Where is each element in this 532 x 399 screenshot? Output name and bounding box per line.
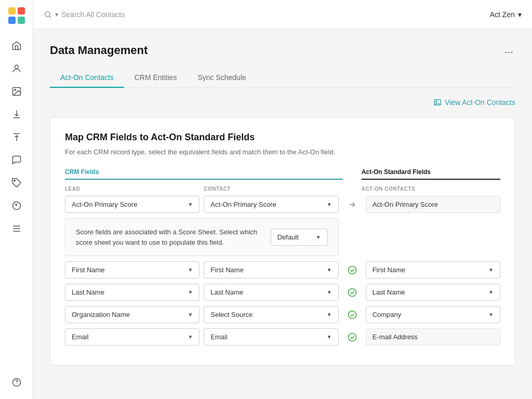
search-dropdown-btn[interactable]: ▾ xyxy=(55,11,58,18)
svg-point-13 xyxy=(348,266,356,274)
check-icon-4 xyxy=(343,332,362,342)
acton-field-arrow-3: ▼ xyxy=(488,312,494,317)
page-title: Data Management xyxy=(50,44,148,57)
main-area: ▾ Search All Contacts Act Zen ▾ Data Man… xyxy=(33,0,532,399)
sidebar-item-download[interactable] xyxy=(6,104,27,125)
sidebar-item-help[interactable] xyxy=(6,372,27,393)
sidebar-item-settings[interactable] xyxy=(6,218,27,239)
contact-field-arrow-4: ▼ xyxy=(327,334,332,340)
account-name: Act Zen xyxy=(490,10,515,19)
acton-field-value-3: Company xyxy=(373,311,402,318)
logo xyxy=(7,6,26,27)
lead-field-value-1: First Name xyxy=(72,266,105,274)
view-contacts-link[interactable]: View Act-On Contacts xyxy=(433,98,515,107)
contact-field-value-1: First Name xyxy=(210,266,244,274)
contact-field-value-0: Act-On Primary Score xyxy=(210,201,276,208)
sidebar-item-contacts[interactable] xyxy=(6,58,27,79)
check-icon-3 xyxy=(343,310,362,320)
lead-field-select-2[interactable]: Last Name ▼ xyxy=(65,284,200,301)
acton-field-select-3[interactable]: Company ▼ xyxy=(366,306,500,323)
lead-field-arrow-4: ▼ xyxy=(188,334,193,340)
svg-point-9 xyxy=(12,379,20,387)
sidebar-item-media[interactable] xyxy=(6,81,27,102)
svg-point-15 xyxy=(348,311,356,318)
score-sheet-row: Score fields are associated with a Score… xyxy=(65,218,500,256)
acton-field-display-4: E-mail Address xyxy=(366,328,500,345)
search-placeholder-text: Search All Contacts xyxy=(61,10,125,19)
table-row: Organization Name ▼ Select Source ▼ Comp… xyxy=(65,306,500,323)
lead-field-value-4: Email xyxy=(72,333,89,341)
svg-point-7 xyxy=(14,180,15,182)
acton-field-value-4: E-mail Address xyxy=(373,333,418,341)
sidebar-item-chat[interactable] xyxy=(6,150,27,170)
lead-field-arrow-0: ▼ xyxy=(188,202,193,207)
score-sheet-arrow: ▼ xyxy=(316,234,321,240)
more-options-button[interactable]: ··· xyxy=(502,44,515,60)
check-icon-2 xyxy=(343,287,362,298)
svg-point-6 xyxy=(14,89,15,91)
sidebar-item-upload[interactable] xyxy=(6,127,27,148)
column-headers: CRM Fields Act-On Standard Fields xyxy=(65,168,500,180)
contact-field-value-2: Last Name xyxy=(210,288,243,296)
acton-field-value-2: Last Name xyxy=(373,288,405,296)
contacts-link-icon xyxy=(433,98,442,107)
lead-field-select-4[interactable]: Email ▼ xyxy=(65,328,200,345)
acton-field-value-1: First Name xyxy=(373,266,406,274)
acton-field-value-0: Act-On Primary Score xyxy=(373,201,438,208)
sidebar-item-home[interactable] xyxy=(6,35,27,56)
contact-field-arrow-0: ▼ xyxy=(327,202,332,207)
svg-point-10 xyxy=(45,11,50,16)
card-subtitle: For each CRM record type, select the equ… xyxy=(65,148,500,156)
svg-point-16 xyxy=(348,333,356,341)
lead-field-select-1[interactable]: First Name ▼ xyxy=(65,261,200,278)
score-sheet-select[interactable]: Default ▼ xyxy=(271,229,328,246)
svg-point-14 xyxy=(348,288,356,296)
tab-sync-schedule[interactable]: Sync Schedule xyxy=(187,68,256,88)
acton-field-select-1[interactable]: First Name ▼ xyxy=(366,261,500,278)
view-contacts-link-text: View Act-On Contacts xyxy=(445,98,515,107)
contact-field-arrow-2: ▼ xyxy=(327,289,332,295)
check-icon-1 xyxy=(343,265,362,275)
contact-field-select-3[interactable]: Select Source ▼ xyxy=(204,306,338,323)
acton-field-arrow-1: ▼ xyxy=(488,267,494,273)
tab-acton-contacts[interactable]: Act-On Contacts xyxy=(50,68,124,88)
contact-field-value-4: Email xyxy=(210,333,228,341)
arrow-spacer xyxy=(343,168,362,180)
crm-fields-header-spacer xyxy=(204,168,342,180)
acton-field-arrow-2: ▼ xyxy=(488,289,494,295)
acton-field-select-2[interactable]: Last Name ▼ xyxy=(366,284,500,301)
lead-field-value-2: Last Name xyxy=(72,288,104,296)
svg-rect-1 xyxy=(18,7,25,15)
account-menu[interactable]: Act Zen ▾ xyxy=(490,10,522,19)
contact-field-select-0[interactable]: Act-On Primary Score ▼ xyxy=(204,196,338,213)
score-sheet-info-box: Score fields are associated with a Score… xyxy=(65,218,339,256)
table-row: Act-On Primary Score ▼ Act-On Primary Sc… xyxy=(65,196,500,213)
lead-field-select-3[interactable]: Organization Name ▼ xyxy=(65,306,200,323)
contact-field-arrow-1: ▼ xyxy=(327,267,332,273)
svg-rect-11 xyxy=(434,100,441,105)
score-sheet-info-text: Score fields are associated with a Score… xyxy=(76,227,260,247)
field-sublabels: LEAD CONTACT ACT-ON CONTACTS xyxy=(65,186,500,192)
crm-fields-header: CRM Fields xyxy=(65,168,204,180)
lead-field-arrow-2: ▼ xyxy=(188,289,193,295)
sidebar xyxy=(0,0,33,399)
table-row: Last Name ▼ Last Name ▼ Last Name ▼ xyxy=(65,284,500,301)
contact-label: CONTACT xyxy=(204,186,342,192)
sidebar-item-tags[interactable] xyxy=(6,172,27,193)
mapping-card: Map CRM Fields to Act-On Standard Fields… xyxy=(50,117,515,366)
acton-fields-header: Act-On Standard Fields xyxy=(362,168,500,180)
account-dropdown-icon: ▾ xyxy=(518,10,522,19)
lead-field-arrow-1: ▼ xyxy=(188,267,193,273)
contact-field-select-1[interactable]: First Name ▼ xyxy=(204,261,338,278)
sidebar-item-reports[interactable] xyxy=(6,195,27,216)
svg-point-4 xyxy=(15,65,18,69)
contact-field-select-4[interactable]: Email ▼ xyxy=(204,328,338,345)
svg-point-12 xyxy=(436,101,437,102)
lead-label: LEAD xyxy=(65,186,204,192)
search-area[interactable]: ▾ Search All Contacts xyxy=(44,10,486,19)
tab-crm-entities[interactable]: CRM Entities xyxy=(124,68,188,88)
lead-field-select-0[interactable]: Act-On Primary Score ▼ xyxy=(65,196,200,213)
contact-field-select-2[interactable]: Last Name ▼ xyxy=(204,284,338,301)
search-icon xyxy=(44,10,52,19)
mapping-arrow-0 xyxy=(343,201,362,209)
